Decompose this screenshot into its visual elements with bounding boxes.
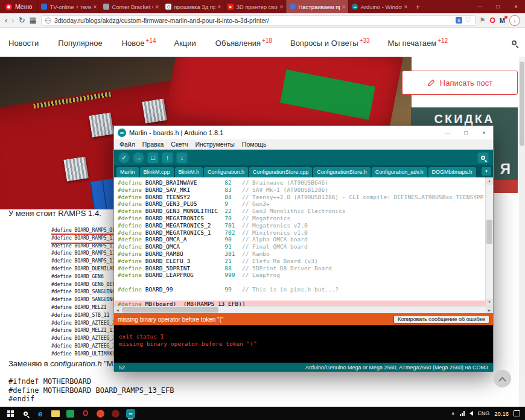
ide-menu-item[interactable]: Правка [139,141,167,148]
editor-line [118,293,493,301]
editor-horizontal-scrollbar[interactable]: ◀ ▶ [114,306,493,313]
browser-menu-button[interactable]: Меню [0,0,37,13]
ide-menu-item[interactable]: Инструменты [191,141,238,148]
search-icon[interactable] [512,38,517,47]
editor-vertical-scrollbar[interactable]: ▲ ▼ [485,177,493,306]
nav-link[interactable]: Мы печатаем+12 [388,37,448,48]
serial-monitor-button[interactable] [477,152,489,164]
new-sketch-button[interactable]: □ [147,152,159,164]
nav-link[interactable]: Вопросы и Ответы+33 [290,37,370,48]
tray-expand-icon[interactable]: ∧ [451,411,455,416]
download-button[interactable]: ↓ [509,15,520,26]
browser-close-button[interactable]: × [507,0,525,13]
page-code-line: #define BOARD_GEN6 [51,273,114,281]
upload-button[interactable]: → [133,152,144,164]
write-post-button[interactable]: Написать пост [402,71,518,95]
copy-error-button[interactable]: Копировать сообщение об ошибке [393,315,489,323]
save-button[interactable]: ↓ [176,152,188,164]
scroll-to-top-button[interactable] [494,370,511,387]
tab-overflow-button[interactable]: ▼ [482,167,491,176]
tab-close-icon[interactable]: × [280,4,284,10]
page-scrollbar-thumb[interactable] [520,62,524,146]
browser-tab[interactable]: ∞ Arduino - Windows × [348,0,410,13]
taskbar-app-icon[interactable]: e [33,407,48,420]
ide-menu-item[interactable]: Помощь [238,141,270,148]
address-bar[interactable]: 3dtoday.ru/blogs/akdzg/custom-firmware-m… [41,15,476,26]
tab-close-icon[interactable]: × [156,4,159,10]
ide-status-bar: 52 Arduino/Genuino Mega or Mega 2560, AT… [114,363,493,372]
file-tab[interactable]: Configuration.h [204,167,248,177]
browser-tab[interactable]: G прошивка 3д принт... × [162,0,224,13]
nav-link[interactable]: Новое+14 [122,37,156,48]
nav-link[interactable]: Новости [8,37,40,48]
page-code-line: #define BOARD_ULTIMAKER [51,351,114,358]
nav-link[interactable]: Популярное [58,37,103,48]
file-tab[interactable]: BlinkM.cpp [140,167,174,177]
ide-maximize-button[interactable]: □ [457,126,475,139]
forward-button[interactable]: › [11,16,14,24]
nav-link[interactable]: Акции [174,37,197,48]
ide-menu-item[interactable]: Скетч [167,141,191,148]
open-button[interactable]: ↑ [162,152,173,164]
browser-tab[interactable]: TV-online + телепро... × [37,0,100,13]
nav-link[interactable]: Объявления+18 [215,37,272,48]
horizontal-scroll-thumb[interactable] [122,307,218,313]
language-indicator[interactable]: ENG [478,410,490,416]
tab-close-icon[interactable]: × [342,4,346,10]
mail-icon[interactable]: M [500,17,505,24]
tab-close-icon[interactable]: × [94,4,97,10]
scroll-left-icon[interactable]: ◀ [114,307,121,313]
verify-button[interactable]: ✓ [118,152,130,164]
file-tab[interactable]: Configuration_adv.h [372,167,427,177]
scroll-right-icon[interactable]: ▶ [486,307,493,313]
ide-menu-bar: ФайлПравкаСкетчИнструментыПомощь [114,139,493,150]
tab-close-icon[interactable]: × [404,4,408,10]
vertical-scroll-thumb[interactable] [486,220,492,244]
ide-minimize-button[interactable]: — [439,126,457,139]
editor-line: #define BOARD_SAV_MKI 83 // SAV Mk-I (AT… [118,186,493,194]
ide-menu-item[interactable]: Файл [116,141,139,148]
tab-favicon: ∞ [352,4,358,10]
reload-button[interactable]: ↻ [19,16,25,24]
browser-maximize-button[interactable]: □ [489,0,507,13]
file-tab[interactable]: ConfigurationStore.cpp [249,167,312,177]
back-button[interactable]: ‹ [5,16,7,24]
ide-title-bar[interactable]: ∞ Marlin - boards.h | Arduino 1.8.1 — □ … [114,126,493,139]
notification-dot [504,16,508,19]
tab-close-icon[interactable]: × [218,4,221,10]
favorite-icon[interactable]: ♡ [465,17,471,24]
taskbar-search-button[interactable] [18,412,33,416]
taskbar-app-icon[interactable]: ∞ [123,407,138,420]
bookmark-count-badge[interactable]: 8 [456,17,462,24]
flag-icon[interactable]: ⚑ [480,16,486,24]
volume-icon[interactable] [469,411,473,416]
scroll-down-icon[interactable]: ▼ [486,299,493,306]
start-button[interactable] [2,407,18,420]
scroll-up-icon[interactable]: ▲ [486,177,493,185]
opera-sync-icon[interactable]: O [489,16,495,25]
file-tab[interactable]: ConfigurationStore.h [313,167,371,177]
speed-dial-icon[interactable]: ▦ [30,16,37,24]
taskbar-app-icon[interactable] [108,407,123,420]
editor-line: #define BOARD_RAMBO 301 // Rambo [118,250,493,258]
file-tab[interactable]: DOGMbitmaps.h [428,167,476,177]
network-icon[interactable] [460,411,465,416]
new-tab-button[interactable]: + [410,0,425,13]
taskbar-app-icon[interactable] [93,407,108,420]
action-center-icon[interactable] [514,410,520,416]
page-scrollbar[interactable] [519,57,525,407]
browser-tab[interactable]: Corner Bracket Glass... × [100,0,162,13]
code-editor[interactable]: #define BOARD_BRAINWAVE 82 // Brainwave … [114,177,493,306]
browser-tab[interactable]: ▶ 3D принтер своими... × [224,0,286,13]
browser-minimize-button[interactable]: — [471,0,489,13]
editor-line: #define BOARD_GEN3_PLUS 9 // Gen3+ [118,200,493,208]
browser-tab[interactable]: Настраиваем прош... × [286,0,348,13]
file-tab[interactable]: BlinkM.h [175,167,203,177]
taskbar-app-icon[interactable]: O [78,407,93,420]
file-tab[interactable]: Marlin [116,167,139,177]
taskbar-app-icon[interactable] [48,407,63,420]
taskbar-app-icon[interactable] [63,407,78,420]
ide-close-button[interactable]: × [475,126,493,139]
banner-letter: Я [500,161,511,177]
clock[interactable]: 20:16 [494,410,509,417]
